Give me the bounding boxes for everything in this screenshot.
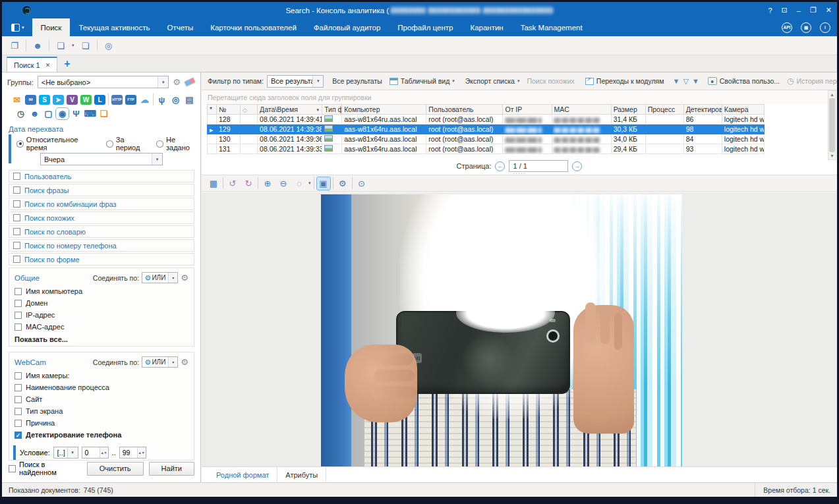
cloud-icon[interactable]: ☁ xyxy=(139,95,150,105)
period-combobox[interactable]: Вчера ▾ xyxy=(40,153,163,165)
filter-user[interactable]: Пользователь xyxy=(9,170,194,182)
clear-button[interactable]: Очистить xyxy=(87,462,144,476)
menu-tab-task-management[interactable]: Task Management xyxy=(512,18,591,36)
find-button[interactable]: Найти xyxy=(149,462,194,476)
table-row[interactable]: 128 08.06.2021 14:39:41 aas-w81x64ru.aas… xyxy=(208,115,765,125)
lync-icon[interactable]: L xyxy=(94,95,105,105)
table-view-button[interactable]: Табличный вид ▾ xyxy=(388,76,457,86)
monitor-icon[interactable]: ▢ xyxy=(43,109,54,119)
menu-tab-user-cards[interactable]: Карточки пользователей xyxy=(202,18,305,36)
scrollbar-thumb[interactable] xyxy=(829,98,835,152)
filter-dictionary-search[interactable]: Поиск по словарю xyxy=(9,225,194,238)
clear-groups-icon[interactable] xyxy=(184,77,196,87)
microphone-icon[interactable]: Ψ xyxy=(71,109,82,119)
all-results-button[interactable]: Все результаты xyxy=(330,76,384,86)
user-search-icon[interactable]: ☻ xyxy=(30,39,45,52)
zoom-menu-caret-icon[interactable]: ▾ xyxy=(308,181,311,186)
export-list-button[interactable]: Экспорт списка ▾ xyxy=(463,76,522,86)
checkbox[interactable] xyxy=(9,465,16,472)
checkbox[interactable] xyxy=(14,288,22,295)
common-domain[interactable]: Домен xyxy=(14,299,188,307)
col-number[interactable]: № xyxy=(217,105,241,115)
scroll-down-icon[interactable]: ▼ xyxy=(830,154,834,158)
checkbox[interactable] xyxy=(14,323,22,331)
common-settings-icon[interactable]: ⚙ xyxy=(181,273,188,283)
webcam-camera-name[interactable]: Имя камеры: xyxy=(14,372,188,379)
id-search-icon[interactable]: ◎ xyxy=(101,39,116,52)
help-button[interactable]: ? xyxy=(768,7,772,14)
condition-to-stepper[interactable]: 99▲▼ xyxy=(119,447,146,459)
printer-icon[interactable]: ▤ xyxy=(184,95,195,105)
chevron-down-icon[interactable]: ▾ xyxy=(312,76,323,87)
webcam-process-name[interactable]: Наименование процесса xyxy=(14,383,188,391)
table-row-selected[interactable]: ▶ 129 08.06.2021 14:39:38 aas-w81x64ru.a… xyxy=(208,125,765,134)
filter-funnel-icon[interactable]: ▼ xyxy=(673,77,680,85)
checkbox-checked[interactable]: ✓ xyxy=(14,432,22,439)
view-icon[interactable]: ⊙ xyxy=(355,177,368,190)
webcam-icon[interactable]: ◉ xyxy=(57,109,68,119)
menu-tab-poisk[interactable]: Поиск xyxy=(32,18,71,36)
condition-operator-combobox[interactable]: [..] ▾ xyxy=(53,447,78,459)
chevron-down-icon[interactable]: ▾ xyxy=(168,273,177,283)
table-row[interactable]: 131 08.06.2021 14:39:33 aas-w81x64ru.aas… xyxy=(208,144,765,154)
tab-attributes[interactable]: Атрибуты xyxy=(277,467,326,482)
import-search-icon[interactable]: ❏ xyxy=(78,39,93,52)
checkbox[interactable] xyxy=(13,186,20,194)
common-computer-name[interactable]: Имя компьютера xyxy=(14,287,188,295)
menu-tab-profile-center[interactable]: Профайл центр xyxy=(389,18,461,36)
webcam-screen-type[interactable]: Тип экрана xyxy=(14,407,188,415)
webcam-site[interactable]: Сайт xyxy=(14,395,188,403)
chat-history-button[interactable]: ◷ История переписки xyxy=(785,75,837,87)
checkbox[interactable] xyxy=(14,312,22,319)
skype-icon[interactable]: S xyxy=(39,95,50,105)
radio-for-period[interactable]: За период xyxy=(106,136,150,152)
stepper-arrows-icon[interactable]: ▲▼ xyxy=(137,447,146,458)
folder-icon[interactable]: ❏ xyxy=(98,109,109,119)
col-datetime[interactable]: Дата\Время▼ xyxy=(258,105,322,115)
join-combobox[interactable]: ⊙ ИЛИ ▾ xyxy=(142,272,178,283)
user-activity-icon[interactable]: ☻ xyxy=(29,109,40,119)
im-icon[interactable]: IM xyxy=(25,95,36,105)
col-row-indicator[interactable]: * xyxy=(208,105,217,115)
table-vertical-scrollbar[interactable]: ▲ ▼ xyxy=(828,90,836,160)
col-from-ip[interactable]: От IP xyxy=(503,105,552,115)
checkbox[interactable] xyxy=(14,420,22,427)
checkbox[interactable] xyxy=(14,300,22,307)
menu-tab-reports[interactable]: Отчеты xyxy=(158,18,202,36)
col-process[interactable]: Процесс xyxy=(645,105,683,115)
checkbox[interactable] xyxy=(13,173,20,180)
common-mac-address[interactable]: MAC-адрес xyxy=(14,323,188,331)
rotate-left-icon[interactable]: ↺ xyxy=(226,177,239,190)
add-tab-button[interactable]: + xyxy=(64,58,70,70)
settings-icon[interactable]: ⚙ xyxy=(336,177,349,190)
checkbox[interactable] xyxy=(14,384,22,391)
zoom-menu-icon[interactable]: ◌ xyxy=(293,177,306,190)
app-menu-button[interactable]: ▾ xyxy=(2,18,32,36)
checkbox[interactable] xyxy=(14,408,22,415)
checkbox[interactable] xyxy=(13,200,20,208)
filter-phrase-combination[interactable]: Поиск по комбинации фраз xyxy=(9,198,194,210)
user-properties-button[interactable]: ☻ Свойства пользо... xyxy=(706,76,782,86)
checkbox[interactable] xyxy=(13,256,20,263)
col-mac[interactable]: MAC xyxy=(552,105,611,115)
device-search-icon[interactable]: ◎ xyxy=(170,95,181,105)
pin-window-button[interactable]: ⊡ xyxy=(782,6,788,14)
filter-by-types-combobox[interactable]: Все результаты ▾ xyxy=(267,75,324,88)
common-ip-address[interactable]: IP-адрес xyxy=(14,311,188,319)
api-icon[interactable]: API xyxy=(782,22,792,33)
http-icon[interactable]: HTTP xyxy=(111,95,123,105)
groups-settings-icon[interactable]: ⚙ xyxy=(173,77,181,87)
save-image-icon[interactable]: ▦ xyxy=(207,177,220,190)
checkbox[interactable] xyxy=(13,242,20,249)
clear-funnel-icon[interactable]: ▽ xyxy=(683,77,688,86)
col-camera[interactable]: Камера xyxy=(722,105,764,115)
checkbox[interactable] xyxy=(14,396,22,403)
filter-similar-search[interactable]: Поиск похожих xyxy=(9,211,194,224)
history-icon[interactable]: ◷ xyxy=(15,109,26,119)
goto-modules-button[interactable]: Переходы к модулям xyxy=(583,76,666,86)
restore-button[interactable]: ❐ xyxy=(810,6,817,14)
apply-funnel-icon[interactable]: ▼ xyxy=(692,77,699,85)
col-file-type[interactable]: Тип фа xyxy=(322,105,342,115)
chevron-down-icon[interactable]: ▾ xyxy=(67,447,78,458)
col-user[interactable]: Пользователь xyxy=(426,105,503,115)
